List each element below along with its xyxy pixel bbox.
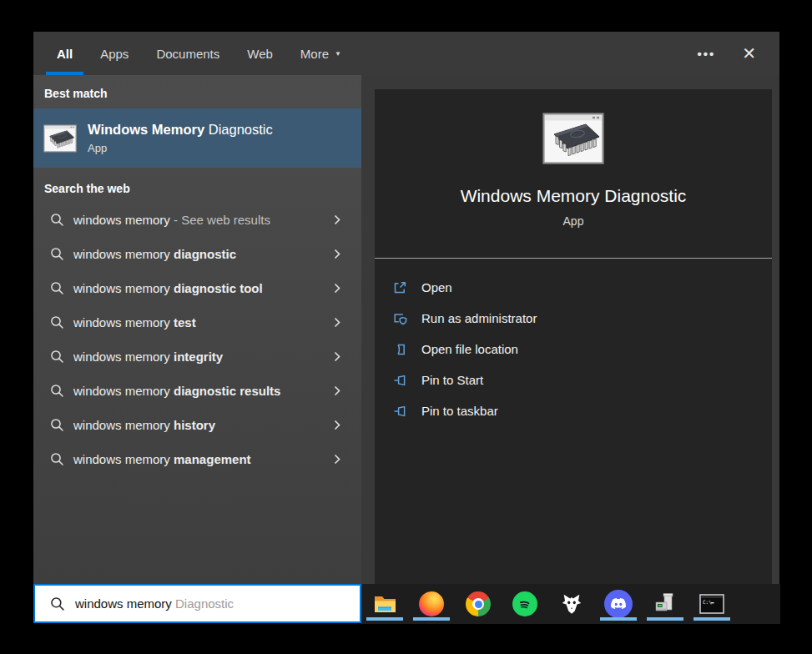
firefox-icon [419,591,444,616]
search-icon [50,596,65,611]
windows-search-flyout: All Apps Documents Web More ▼ ••• ✕ Best… [0,0,812,654]
suggestion-text: windows memory diagnostic tool [73,281,263,295]
search-icon [50,384,64,398]
chrome-icon [466,591,491,616]
shield-icon [392,311,407,326]
web-suggestion-row[interactable]: windows memory test [33,305,361,340]
preview-card: Windows Memory Diagnostic App Open Run a… [375,89,772,584]
tab-documents-label: Documents [156,47,219,61]
close-icon[interactable]: ✕ [742,43,756,63]
search-tab-bar: All Apps Documents Web More ▼ ••• ✕ [33,32,779,75]
web-suggestion-row[interactable]: windows memory diagnostic [33,237,361,271]
preview-title: Windows Memory Diagnostic [375,186,772,206]
pin-icon [392,373,407,388]
taskbar-discord-button[interactable] [595,584,642,624]
running-indicator [600,617,637,621]
search-input[interactable]: windows memory Diagnostic [33,584,361,623]
memory-chip-icon [542,113,604,164]
chevron-right-icon [334,214,341,225]
chevron-right-icon [334,420,341,430]
search-input-text: windows memory Diagnostic [75,596,234,611]
results-panel: Best match Windows Memory Diagnostic App… [33,75,361,584]
more-options-icon[interactable]: ••• [697,47,715,61]
taskbar-chrome-button[interactable] [455,584,502,624]
chevron-right-icon [334,454,341,465]
action-label: Open [421,280,452,294]
pin-icon [392,404,407,419]
web-suggestion-row[interactable]: windows memory diagnostic results [33,374,361,408]
memory-chip-icon [43,124,77,153]
action-list: Open Run as administrator Open file loca… [375,272,772,426]
best-match-result[interactable]: Windows Memory Diagnostic App [33,108,361,168]
search-autocomplete-text: Diagnostic [175,596,234,611]
taskbar-file-explorer-button[interactable] [361,584,408,624]
retro-machine-icon [653,591,678,616]
tab-web[interactable]: Web [247,32,273,75]
web-suggestion-row[interactable]: windows memory integrity [33,340,361,374]
best-match-subtitle: App [88,142,273,154]
action-label: Open file location [421,342,518,356]
search-icon [50,213,64,227]
action-label: Pin to taskbar [421,404,498,418]
taskbar-foobar2000-button[interactable] [548,584,595,624]
chevron-down-icon: ▼ [335,50,341,58]
tab-all[interactable]: All [57,32,73,75]
web-suggestion-row[interactable]: windows memory management [33,442,361,476]
file-location-icon [392,342,407,357]
tab-all-label: All [57,47,73,61]
window-controls: ••• ✕ [697,32,756,75]
running-indicator [693,617,730,621]
search-icon [50,452,64,466]
search-icon [50,281,64,295]
chevron-right-icon [334,317,341,328]
search-icon [50,315,64,330]
taskbar-firefox-button[interactable] [408,584,455,624]
tab-more-label: More [300,47,329,61]
taskbar-retro-machine-button[interactable] [642,584,688,624]
taskbar-command-prompt-button[interactable]: C:\ [688,584,735,624]
taskbar-spotify-button[interactable] [502,584,548,624]
chevron-right-icon [334,351,341,362]
search-the-web-header: Search the web [33,168,361,195]
suggestion-text: windows memory diagnostic results [73,384,280,398]
open-file-location-action[interactable]: Open file location [375,334,772,365]
chevron-right-icon [334,385,341,396]
tab-documents[interactable]: Documents [156,32,219,75]
preview-panel: Windows Memory Diagnostic App Open Run a… [361,75,779,584]
pin-to-taskbar-action[interactable]: Pin to taskbar [375,395,772,426]
best-match-title: Windows Memory Diagnostic [88,122,273,138]
tab-web-label: Web [247,47,273,61]
running-indicator [366,617,403,621]
running-indicator [647,617,683,621]
preview-subtitle: App [375,214,772,228]
discord-icon [604,590,633,618]
taskbar: C:\ [361,584,780,624]
divider [375,258,772,259]
web-suggestion-list: windows memory - See web results windows… [33,203,361,476]
open-icon [392,280,407,295]
tab-more[interactable]: More ▼ [300,32,341,75]
run-as-administrator-action[interactable]: Run as administrator [375,303,772,334]
search-icon [50,418,64,432]
suggestion-text: windows memory test [73,315,196,330]
action-label: Pin to Start [421,373,483,387]
best-match-header: Best match [33,75,361,100]
web-suggestion-row[interactable]: windows memory history [33,408,361,442]
open-action[interactable]: Open [375,272,772,303]
chevron-right-icon [334,283,341,294]
tab-apps[interactable]: Apps [100,32,129,75]
web-suggestion-row[interactable]: windows memory - See web results [33,203,361,237]
pin-to-start-action[interactable]: Pin to Start [375,365,772,395]
tab-apps-label: Apps [100,47,129,61]
suggestion-text: windows memory management [73,452,251,466]
foobar2000-icon [560,592,583,616]
chevron-right-icon [334,249,341,259]
suggestion-text: windows memory diagnostic [73,247,236,261]
file-explorer-icon [372,593,397,616]
command-prompt-icon: C:\ [699,594,724,614]
best-match-texts: Windows Memory Diagnostic App [88,122,273,154]
suggestion-text: windows memory integrity [73,350,223,364]
suggestion-text: windows memory - See web results [73,213,270,227]
web-suggestion-row[interactable]: windows memory diagnostic tool [33,271,361,305]
spotify-icon [512,591,537,616]
